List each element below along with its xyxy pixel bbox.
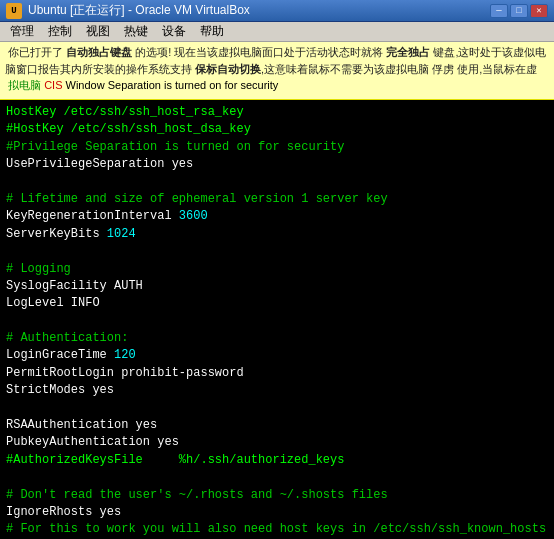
terminal-line: PermitRootLogin prohibit-password <box>6 365 548 382</box>
menu-control[interactable]: 控制 <box>42 22 78 41</box>
terminal-line: RSAAuthentication yes <box>6 417 548 434</box>
terminal-line <box>6 313 548 330</box>
notification-line-1: 你已打开了 自动独占键盘 的选项! 现在当该虚拟电脑面口处于活动状态时就将 完全… <box>5 44 549 61</box>
menu-help[interactable]: 帮助 <box>194 22 230 41</box>
terminal-line: LogLevel INFO <box>6 295 548 312</box>
terminal-line: # Don't read the user's ~/.rhosts and ~/… <box>6 487 548 504</box>
terminal-line: SyslogFacility AUTH <box>6 278 548 295</box>
title-bar: U Ubuntu [正在运行] - Oracle VM VirtualBox ─… <box>0 0 554 22</box>
minimize-button[interactable]: ─ <box>490 4 508 18</box>
terminal-line: #HostKey /etc/ssh/ssh_host_dsa_key <box>6 121 548 138</box>
terminal-line: # Lifetime and size of ephemeral version… <box>6 191 548 208</box>
menu-manage[interactable]: 管理 <box>4 22 40 41</box>
terminal-line: # For this to work you will also need ho… <box>6 521 548 538</box>
terminal-line: LoginGraceTime 120 <box>6 347 548 364</box>
terminal-line <box>6 243 548 260</box>
notification-area: 你已打开了 自动独占键盘 的选项! 现在当该虚拟电脑面口处于活动状态时就将 完全… <box>0 42 554 100</box>
notification-line-3: 拟电脑 CIS Window Separation is turned on f… <box>5 77 549 94</box>
terminal-line: HostKey /etc/ssh/ssh_host_rsa_key <box>6 104 548 121</box>
menu-hotkey[interactable]: 热键 <box>118 22 154 41</box>
menu-bar: 管理 控制 视图 热键 设备 帮助 <box>0 22 554 42</box>
terminal-line: # Authentication: <box>6 330 548 347</box>
close-button[interactable]: ✕ <box>530 4 548 18</box>
terminal-line <box>6 174 548 191</box>
terminal-line <box>6 400 548 417</box>
maximize-button[interactable]: □ <box>510 4 528 18</box>
terminal-line: StrictModes yes <box>6 382 548 399</box>
menu-view[interactable]: 视图 <box>80 22 116 41</box>
terminal-line: UsePrivilegeSeparation yes <box>6 156 548 173</box>
terminal-line: IgnoreRhosts yes <box>6 504 548 521</box>
notification-line-2: 脑窗口报告其内所安装的操作系统支持 保标自动切换,这意味着鼠标不需要为该虚拟电脑… <box>5 61 549 78</box>
terminal-line: ServerKeyBits 1024 <box>6 226 548 243</box>
terminal-line: #AuthorizedKeysFile %h/.ssh/authorized_k… <box>6 452 548 469</box>
menu-devices[interactable]: 设备 <box>156 22 192 41</box>
app-icon: U <box>6 3 22 19</box>
terminal-line: KeyRegenerationInterval 3600 <box>6 208 548 225</box>
terminal-line: #Privilege Separation is turned on for s… <box>6 139 548 156</box>
terminal-line <box>6 469 548 486</box>
terminal-line: PubkeyAuthentication yes <box>6 434 548 451</box>
terminal-content: HostKey /etc/ssh/ssh_host_rsa_key #HostK… <box>0 100 554 539</box>
window-title: Ubuntu [正在运行] - Oracle VM VirtualBox <box>28 2 484 19</box>
window-controls: ─ □ ✕ <box>490 4 548 18</box>
terminal-line: # Logging <box>6 261 548 278</box>
